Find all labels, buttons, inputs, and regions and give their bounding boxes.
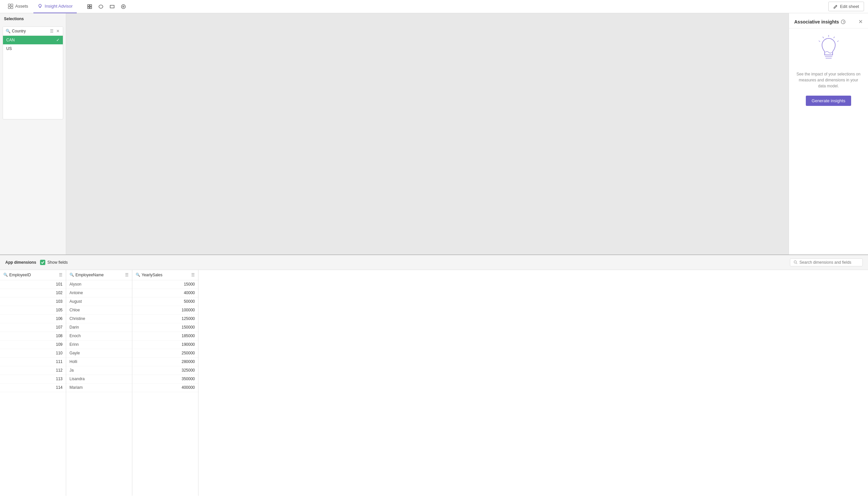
topbar: Assets Insight Advisor E [0, 0, 868, 13]
dim-row[interactable]: Antoine [66, 289, 132, 297]
dim-row[interactable]: 107 [0, 323, 66, 332]
dim-row-name: Chloe [69, 308, 80, 312]
search-icon [793, 260, 798, 264]
dim-row-value: 125000 [182, 316, 195, 321]
dim-row-name: Enoch [69, 334, 81, 338]
dim-row-name: Mariam [69, 385, 83, 390]
dim-row-name: August [69, 299, 82, 304]
insight-icon [37, 4, 43, 9]
edit-sheet-button[interactable]: Edit sheet [828, 2, 864, 11]
svg-line-16 [834, 37, 835, 38]
selections-panel: Selections 🔍 Country ☰ ✕ CAN ✓ US [0, 13, 66, 254]
dim-title-1: EmployeeName [75, 273, 124, 277]
dim-search-icon-2: 🔍 [136, 273, 140, 277]
dim-row[interactable]: Christine [66, 315, 132, 323]
svg-rect-5 [88, 5, 89, 6]
show-fields-toggle[interactable]: Show fields [40, 260, 67, 265]
filter-list-icon[interactable]: ☰ [49, 29, 54, 33]
svg-point-11 [122, 5, 125, 9]
dim-row[interactable]: 113 [0, 375, 66, 384]
dim-row[interactable]: 100000 [132, 306, 198, 315]
svg-rect-0 [8, 4, 10, 6]
dim-row[interactable]: 112 [0, 366, 66, 375]
dim-row[interactable]: 280000 [132, 358, 198, 366]
tool-lasso[interactable] [96, 2, 106, 12]
dim-row[interactable]: Mariam [66, 384, 132, 392]
filter-search-icon: 🔍 [6, 29, 11, 33]
dim-row[interactable]: 325000 [132, 366, 198, 375]
tool-target[interactable] [119, 2, 128, 12]
svg-point-9 [99, 5, 103, 8]
close-associative-insights-button[interactable]: ✕ [858, 18, 863, 25]
dim-row[interactable]: 50000 [132, 297, 198, 306]
dim-row[interactable]: 185000 [132, 332, 198, 340]
associative-insights-panel: Associative insights ? ✕ [789, 13, 868, 254]
dim-row-value: 109 [56, 342, 63, 347]
dim-row[interactable]: Darin [66, 323, 132, 332]
dim-row[interactable]: 190000 [132, 340, 198, 349]
dim-row[interactable]: Chloe [66, 306, 132, 315]
dim-row[interactable]: 40000 [132, 289, 198, 297]
dim-row[interactable]: 125000 [132, 315, 198, 323]
dim-title-0: EmployeeID [9, 273, 58, 277]
tab-assets[interactable]: Assets [4, 0, 32, 13]
dim-row-value: 114 [56, 385, 63, 390]
dim-row[interactable]: 400000 [132, 384, 198, 392]
associative-insights-title: Associative insights ? [794, 19, 846, 25]
dim-row[interactable]: 109 [0, 340, 66, 349]
svg-rect-3 [11, 6, 13, 9]
dim-row-value: 106 [56, 316, 63, 321]
dim-row-name: Lisandra [69, 376, 85, 381]
dim-row[interactable]: 250000 [132, 349, 198, 358]
assets-tab-label: Assets [15, 4, 28, 9]
generate-insights-button[interactable]: Generate insights [806, 96, 851, 106]
dim-row[interactable]: Ja [66, 366, 132, 375]
dim-menu-icon-1[interactable]: ☰ [125, 273, 129, 277]
app-dimensions-label: App dimensions [5, 260, 36, 265]
dim-row-value: 40000 [184, 291, 195, 295]
svg-line-18 [823, 37, 824, 38]
dim-row-value: 185000 [182, 334, 195, 338]
dim-row[interactable]: 150000 [132, 323, 198, 332]
search-dimensions-field[interactable] [790, 259, 863, 266]
dim-row[interactable]: 15000 [132, 280, 198, 289]
dim-row[interactable]: Enoch [66, 332, 132, 340]
dim-row[interactable]: Gayle [66, 349, 132, 358]
dim-row[interactable]: 103 [0, 297, 66, 306]
search-dimensions-input[interactable] [800, 260, 859, 265]
filter-pane-country: 🔍 Country ☰ ✕ CAN ✓ US [3, 27, 63, 120]
dim-row[interactable]: 350000 [132, 375, 198, 384]
dim-row-name: Darin [69, 325, 79, 329]
dim-title-2: YearlySales [142, 273, 190, 277]
dim-row[interactable]: 114 [0, 384, 66, 392]
dim-row[interactable]: August [66, 297, 132, 306]
svg-point-23 [794, 261, 796, 263]
dim-row[interactable]: 108 [0, 332, 66, 340]
dim-row[interactable]: 101 [0, 280, 66, 289]
show-fields-checkbox[interactable] [40, 260, 45, 265]
dim-row-value: 105 [56, 308, 63, 312]
tab-insight-advisor[interactable]: Insight Advisor [33, 0, 77, 13]
filter-item-can[interactable]: CAN ✓ [3, 36, 63, 44]
dim-row[interactable]: Alyson [66, 280, 132, 289]
dim-row[interactable]: Lisandra [66, 375, 132, 384]
dim-row[interactable]: 110 [0, 349, 66, 358]
dim-row[interactable]: Erinn [66, 340, 132, 349]
dim-row[interactable]: Holli [66, 358, 132, 366]
filter-clear-icon[interactable]: ✕ [56, 29, 60, 33]
tool-rect[interactable] [107, 2, 117, 12]
dim-row[interactable]: 105 [0, 306, 66, 315]
dim-column-header-0: 🔍 EmployeeID ☰ [0, 270, 66, 280]
dim-row-value: 400000 [182, 385, 195, 390]
dim-row[interactable]: 102 [0, 289, 66, 297]
svg-line-24 [796, 263, 797, 264]
tool-select[interactable] [85, 2, 95, 12]
dim-menu-icon-0[interactable]: ☰ [59, 273, 63, 277]
dim-row[interactable]: 111 [0, 358, 66, 366]
svg-rect-7 [88, 7, 89, 9]
dim-row[interactable]: 106 [0, 315, 66, 323]
filter-item-us[interactable]: US [3, 44, 63, 53]
dim-menu-icon-2[interactable]: ☰ [191, 273, 195, 277]
svg-rect-2 [8, 6, 10, 9]
filter-check-icon: ✓ [56, 38, 60, 42]
